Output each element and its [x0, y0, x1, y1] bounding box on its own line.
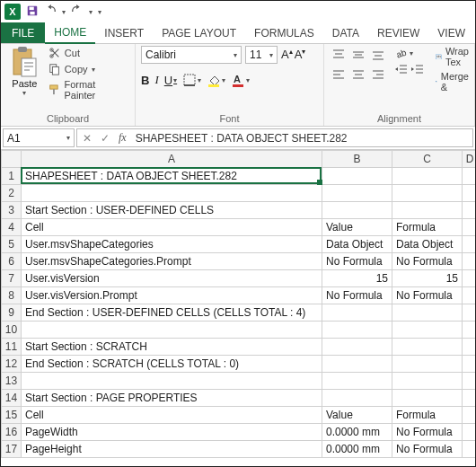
row-header[interactable]: 9: [2, 304, 22, 322]
row-header[interactable]: 6: [2, 253, 22, 270]
cancel-icon[interactable]: ✕: [83, 132, 92, 145]
cell[interactable]: [322, 304, 392, 322]
name-box[interactable]: A1 ▾: [3, 128, 75, 147]
col-header-D[interactable]: D: [463, 151, 477, 168]
undo-dropdown-icon[interactable]: ▾: [62, 8, 66, 16]
bold-button[interactable]: B: [141, 74, 149, 87]
align-right-button[interactable]: [369, 66, 387, 84]
cell[interactable]: [392, 373, 463, 390]
cell[interactable]: Cell: [22, 407, 322, 424]
paste-button[interactable]: Paste ▾: [6, 46, 43, 97]
font-size-combo[interactable]: 11 ▾: [245, 46, 278, 64]
row-header[interactable]: 11: [2, 339, 22, 356]
cell[interactable]: Value: [322, 407, 392, 424]
cell[interactable]: [22, 185, 322, 202]
cell[interactable]: [463, 390, 477, 407]
row-header[interactable]: 5: [2, 236, 22, 253]
row-header[interactable]: 16: [2, 424, 22, 441]
fill-color-button[interactable]: ▾: [207, 73, 225, 87]
cell[interactable]: [392, 322, 463, 339]
align-bottom-button[interactable]: [369, 46, 387, 64]
cell[interactable]: [463, 441, 477, 458]
cell[interactable]: Start Section : PAGE PROPERTIES: [22, 390, 322, 407]
cell[interactable]: End Section : USER-DEFINED CELLS (CELLS …: [22, 304, 322, 322]
cell[interactable]: [322, 339, 392, 356]
increase-font-icon[interactable]: A▴: [281, 48, 293, 61]
row-header[interactable]: 10: [2, 322, 22, 339]
wrap-text-button[interactable]: ab Wrap Tex: [436, 46, 469, 67]
row-header[interactable]: 15: [2, 407, 22, 424]
cell[interactable]: 15: [392, 270, 463, 287]
cell[interactable]: Formula: [392, 407, 463, 424]
row-header[interactable]: 13: [2, 373, 22, 390]
cell[interactable]: [392, 390, 463, 407]
cell[interactable]: [463, 407, 477, 424]
cell[interactable]: [463, 322, 477, 339]
col-header-C[interactable]: C: [392, 151, 463, 168]
font-name-combo[interactable]: Calibri ▾: [141, 46, 242, 64]
cell[interactable]: [322, 168, 392, 185]
cell[interactable]: [322, 390, 392, 407]
cell[interactable]: No Formula: [392, 287, 463, 304]
formula-input-area[interactable]: ✕ ✓ fx SHAPESHEET : DATA OBJECT SHEET.28…: [76, 128, 473, 147]
cell[interactable]: [463, 236, 477, 253]
decrease-indent-button[interactable]: [394, 62, 409, 76]
cell[interactable]: [392, 339, 463, 356]
font-color-button[interactable]: A▾: [231, 73, 250, 87]
cell[interactable]: [463, 219, 477, 236]
row-header[interactable]: 2: [2, 185, 22, 202]
cell[interactable]: [463, 304, 477, 322]
row-header[interactable]: 3: [2, 202, 22, 219]
cell[interactable]: [322, 202, 392, 219]
tab-home[interactable]: HOME: [45, 22, 95, 44]
italic-button[interactable]: I: [154, 73, 158, 87]
cell[interactable]: No Formula: [392, 253, 463, 270]
cell[interactable]: [22, 373, 322, 390]
row-header[interactable]: 8: [2, 287, 22, 304]
cell[interactable]: 15: [322, 270, 392, 287]
cell[interactable]: Formula: [392, 219, 463, 236]
cell[interactable]: [392, 304, 463, 322]
save-icon[interactable]: [26, 4, 39, 20]
cell[interactable]: Data Object: [322, 236, 392, 253]
row-header[interactable]: 1: [2, 168, 22, 185]
cell[interactable]: User.msvShapeCategories: [22, 236, 322, 253]
cell[interactable]: [463, 168, 477, 185]
cell[interactable]: [463, 287, 477, 304]
cell[interactable]: PageWidth: [22, 424, 322, 441]
fx-icon[interactable]: fx: [119, 131, 127, 145]
cell[interactable]: No Formula: [392, 441, 463, 458]
cell[interactable]: End Section : SCRATCH (CELLS TOTAL : 0): [22, 356, 322, 373]
cell[interactable]: [322, 356, 392, 373]
cell[interactable]: [463, 253, 477, 270]
cell[interactable]: User.visVersion.Prompt: [22, 287, 322, 304]
cell[interactable]: No Formula: [392, 424, 463, 441]
cell[interactable]: [463, 356, 477, 373]
select-all-corner[interactable]: [2, 151, 22, 168]
tab-data[interactable]: DATA: [323, 22, 368, 43]
cell[interactable]: [463, 270, 477, 287]
cell[interactable]: [322, 322, 392, 339]
row-header[interactable]: 14: [2, 390, 22, 407]
borders-button[interactable]: ▾: [182, 73, 201, 87]
cut-button[interactable]: Cut: [47, 46, 129, 60]
cell[interactable]: [463, 185, 477, 202]
cell[interactable]: Data Object: [392, 236, 463, 253]
align-top-button[interactable]: [330, 46, 348, 64]
tab-page-layout[interactable]: PAGE LAYOUT: [153, 22, 245, 43]
tab-formulas[interactable]: FORMULAS: [245, 22, 323, 43]
increase-indent-button[interactable]: [410, 62, 425, 76]
cell[interactable]: [322, 185, 392, 202]
underline-button[interactable]: U▾: [164, 74, 177, 87]
tab-insert[interactable]: INSERT: [95, 22, 153, 43]
cell[interactable]: [392, 185, 463, 202]
cell[interactable]: Value: [322, 219, 392, 236]
cell[interactable]: [463, 424, 477, 441]
cell[interactable]: [463, 339, 477, 356]
worksheet[interactable]: A B C D 1SHAPESHEET : DATA OBJECT SHEET.…: [1, 150, 475, 458]
format-painter-button[interactable]: Format Painter: [47, 78, 129, 101]
undo-icon[interactable]: [44, 4, 57, 20]
cell[interactable]: 0.0000 mm: [322, 424, 392, 441]
row-header[interactable]: 12: [2, 356, 22, 373]
tab-view[interactable]: VIEW: [428, 22, 474, 43]
